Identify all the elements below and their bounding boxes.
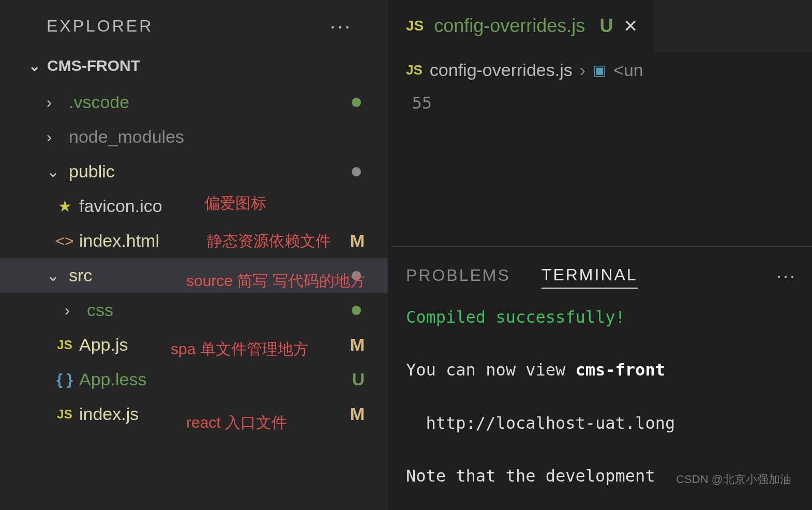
folder-label: src — [69, 265, 92, 286]
html-icon: <> — [54, 232, 75, 250]
git-dot — [352, 271, 361, 280]
chevron-down-icon: ⌄ — [28, 57, 47, 74]
js-icon: JS — [406, 62, 423, 78]
star-icon: ★ — [54, 197, 75, 215]
explorer-more-icon[interactable]: ··· — [330, 14, 352, 38]
tab-config-overrides[interactable]: JS config-overrides.js U ✕ — [390, 0, 653, 52]
terminal-line: cms-front — [576, 360, 665, 380]
tree-item-index-html[interactable]: <> index.html 静态资源依赖文件 M — [0, 223, 388, 258]
panel-more-icon[interactable]: ··· — [776, 265, 796, 287]
git-badge-modified: M — [350, 231, 365, 251]
tab-bar: JS config-overrides.js U ✕ — [390, 0, 812, 52]
file-label: favicon.ico — [79, 196, 162, 216]
annotation: source 简写 写代码的地方 — [186, 271, 366, 292]
breadcrumb-symbol: <un — [613, 60, 643, 80]
project-name: CMS-FRONT — [47, 57, 140, 74]
line-number: 55 — [406, 93, 432, 113]
annotation: 偏爱图标 — [204, 193, 266, 214]
tree-item-public[interactable]: ⌄ public — [0, 154, 388, 189]
chevron-down-icon: ⌄ — [47, 266, 65, 284]
tree-item-app-js[interactable]: JS App.js spa 单文件管理地方 M — [0, 327, 388, 362]
terminal-line: http://localhost-uat.long — [406, 413, 675, 433]
js-icon: JS — [406, 18, 424, 34]
chevron-right-icon: › — [47, 94, 65, 111]
annotation: react 入口文件 — [186, 412, 287, 433]
project-header[interactable]: ⌄ CMS-FRONT — [0, 52, 388, 80]
js-icon: JS — [54, 407, 75, 422]
folder-label: node_modules — [69, 127, 184, 147]
panel-tabs: PROBLEMS TERMINAL ··· — [406, 262, 796, 289]
terminal-line: Note that the development — [406, 466, 665, 486]
chevron-right-icon: › — [65, 302, 83, 319]
tab-label: config-overrides.js — [434, 15, 585, 37]
tab-problems[interactable]: PROBLEMS — [406, 263, 510, 288]
tab-status: U — [599, 15, 613, 37]
js-icon: JS — [54, 338, 75, 352]
git-dot — [352, 167, 361, 176]
file-label: App.less — [79, 369, 146, 389]
chevron-down-icon: ⌄ — [47, 162, 65, 181]
tree-item-favicon[interactable]: ★ favicon.ico 偏爱图标 — [0, 189, 388, 223]
file-label: index.html — [79, 231, 159, 251]
terminal-line: You can now view — [406, 360, 576, 380]
file-label: App.js — [79, 335, 128, 355]
tab-terminal[interactable]: TERMINAL — [542, 262, 638, 289]
tree-item-vscode[interactable]: › .vscode — [0, 85, 388, 119]
annotation: spa 单文件管理地方 — [171, 339, 309, 360]
file-label: index.js — [79, 404, 139, 424]
explorer-header: EXPLORER ··· — [0, 0, 388, 52]
close-icon[interactable]: ✕ — [623, 16, 638, 36]
editor-area: JS config-overrides.js U ✕ JS config-ove… — [390, 0, 812, 510]
explorer-title: EXPLORER — [47, 17, 153, 36]
code-editor[interactable]: 55 — [390, 88, 812, 118]
chevron-right-icon: › — [580, 60, 585, 80]
tree-item-node-modules[interactable]: › node_modules — [0, 119, 388, 154]
folder-label: css — [87, 300, 113, 320]
breadcrumb-file: config-overrides.js — [430, 60, 573, 80]
tree-item-app-less[interactable]: { } App.less U — [0, 362, 388, 397]
git-dot — [352, 98, 361, 107]
symbol-icon: ▣ — [593, 62, 606, 79]
watermark: CSDN @北京小强加油 — [676, 472, 791, 487]
tree-item-src[interactable]: ⌄ src source 简写 写代码的地方 — [0, 258, 388, 293]
git-badge-modified: M — [350, 404, 365, 424]
folder-label: public — [69, 161, 115, 182]
terminal-line: Compiled successfully! — [406, 307, 625, 327]
tree-item-index-js[interactable]: JS index.js react 入口文件 M — [0, 397, 388, 431]
terminal-output[interactable]: Compiled successfully! You can now view … — [406, 304, 796, 489]
git-dot — [352, 306, 361, 315]
file-tree: › .vscode › node_modules ⌄ public ★ favi… — [0, 80, 388, 431]
sidebar: EXPLORER ··· ⌄ CMS-FRONT › .vscode › nod… — [0, 0, 388, 510]
less-icon: { } — [54, 371, 75, 388]
annotation: 静态资源依赖文件 — [207, 231, 331, 252]
bottom-panel: PROBLEMS TERMINAL ··· Compiled successfu… — [390, 246, 812, 510]
tree-item-css[interactable]: › css — [0, 293, 388, 327]
git-badge-modified: M — [350, 335, 365, 355]
folder-label: .vscode — [69, 92, 129, 112]
chevron-right-icon: › — [47, 128, 65, 146]
breadcrumb[interactable]: JS config-overrides.js › ▣ <un — [390, 52, 812, 88]
git-badge-untracked: U — [352, 369, 365, 389]
